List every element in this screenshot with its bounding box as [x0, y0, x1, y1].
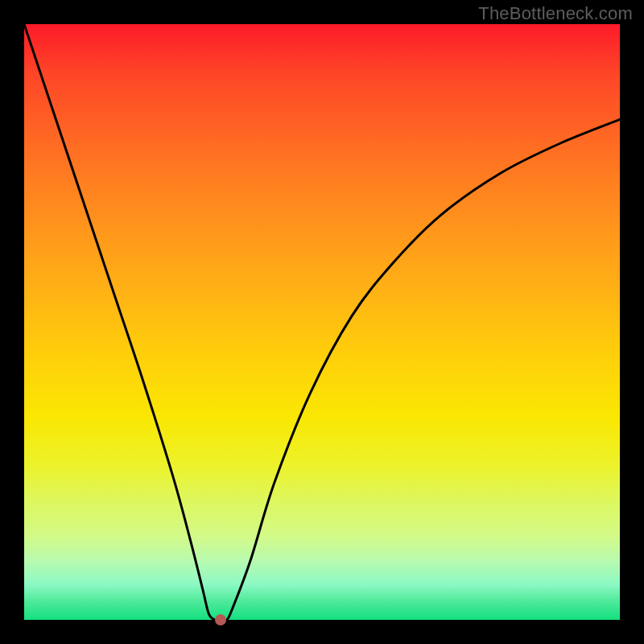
curve-svg — [24, 24, 620, 620]
watermark-label: TheBottleneck.com — [478, 3, 633, 24]
chart-frame: TheBottleneck.com — [0, 0, 644, 644]
minimum-marker-dot — [215, 614, 226, 625]
curve-path — [24, 24, 620, 620]
plot-area — [24, 24, 620, 620]
